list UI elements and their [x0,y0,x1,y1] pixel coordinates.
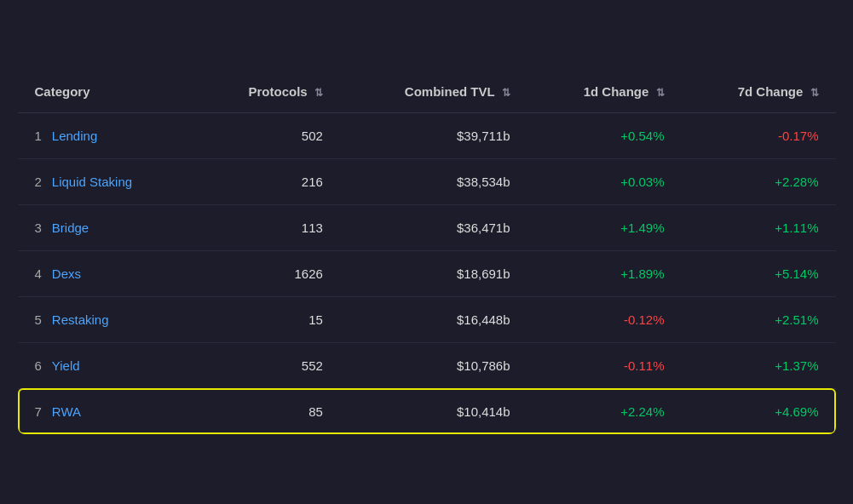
row-rank: 7 [35,404,42,419]
table-row[interactable]: 4Dexs1626$18,691b+1.89%+5.14% [18,250,836,296]
cell-tvl: $36,471b [340,204,527,250]
col-header-tvl-label: Combined TVL [405,84,495,99]
cell-protocols: 1626 [194,250,340,296]
cell-category: 2Liquid Staking [18,158,194,204]
cell-protocols: 502 [194,112,340,158]
table-row[interactable]: 7RWA85$10,414b+2.24%+4.69% [18,388,836,434]
categories-table: Category Protocols ⇅ Combined TVL ⇅ 1d C… [18,71,836,434]
cell-7d-change: +2.51% [682,296,836,342]
cell-1d-change: -0.11% [527,342,682,388]
cell-protocols: 15 [194,296,340,342]
cell-protocols: 552 [194,342,340,388]
cell-category: 1Lending [18,112,194,158]
col-header-7d-label: 7d Change [738,84,804,99]
row-rank: 1 [35,129,42,143]
cell-category: 6Yield [18,342,194,388]
col-header-tvl[interactable]: Combined TVL ⇅ [340,71,527,113]
cell-tvl: $16,448b [340,296,527,342]
tvl-sort-icon: ⇅ [502,87,510,99]
table-row[interactable]: 2Liquid Staking216$38,534b+0.03%+2.28% [18,158,836,204]
main-table-container: Category Protocols ⇅ Combined TVL ⇅ 1d C… [18,71,836,434]
col-header-1d[interactable]: 1d Change ⇅ [527,71,682,113]
cell-1d-change: +0.03% [527,158,682,204]
cell-category: 3Bridge [18,204,194,250]
cell-tvl: $18,691b [340,250,527,296]
cell-protocols: 85 [194,388,340,434]
col-header-category[interactable]: Category [18,71,194,113]
col-header-protocols[interactable]: Protocols ⇅ [194,71,340,113]
table-row[interactable]: 3Bridge113$36,471b+1.49%+1.11% [18,204,836,250]
cell-7d-change: +4.69% [682,388,836,434]
cell-7d-change: -0.17% [682,112,836,158]
row-rank: 6 [35,358,42,373]
cell-tvl: $39,711b [340,112,527,158]
col-header-7d[interactable]: 7d Change ⇅ [682,71,836,113]
table-row[interactable]: 6Yield552$10,786b-0.11%+1.37% [18,342,836,388]
cell-protocols: 113 [194,204,340,250]
table-row[interactable]: 1Lending502$39,711b+0.54%-0.17% [18,112,836,158]
protocols-sort-icon: ⇅ [314,87,323,99]
cell-protocols: 216 [194,158,340,204]
cell-7d-change: +5.14% [682,250,836,296]
cell-category: 4Dexs [18,250,194,296]
cell-7d-change: +1.11% [682,204,836,250]
cell-1d-change: +0.54% [527,112,682,158]
col-header-1d-label: 1d Change [584,84,649,99]
table-header-row: Category Protocols ⇅ Combined TVL ⇅ 1d C… [18,71,836,113]
col-header-protocols-label: Protocols [248,84,307,99]
table-row[interactable]: 5Restaking15$16,448b-0.12%+2.51% [18,296,836,342]
cell-tvl: $38,534b [340,158,527,204]
category-link[interactable]: Restaking [52,312,109,327]
cell-tvl: $10,414b [340,388,527,434]
category-link[interactable]: Bridge [52,220,89,235]
cell-1d-change: +1.89% [527,250,682,296]
cell-tvl: $10,786b [340,342,527,388]
7d-sort-icon: ⇅ [810,87,819,99]
cell-7d-change: +1.37% [682,342,836,388]
row-rank: 4 [35,266,42,281]
1d-sort-icon: ⇅ [656,87,665,99]
category-link[interactable]: Dexs [52,266,81,281]
cell-1d-change: +1.49% [527,204,682,250]
cell-1d-change: +2.24% [527,388,682,434]
cell-1d-change: -0.12% [527,296,682,342]
category-link[interactable]: Liquid Staking [52,175,132,189]
row-rank: 5 [35,312,42,327]
col-header-category-label: Category [35,84,90,99]
cell-category: 5Restaking [18,296,194,342]
row-rank: 2 [35,175,42,189]
category-link[interactable]: Lending [52,129,97,143]
cell-category: 7RWA [18,388,194,434]
row-rank: 3 [35,220,42,235]
category-link[interactable]: Yield [52,358,80,373]
cell-7d-change: +2.28% [682,158,836,204]
category-link[interactable]: RWA [52,404,81,419]
